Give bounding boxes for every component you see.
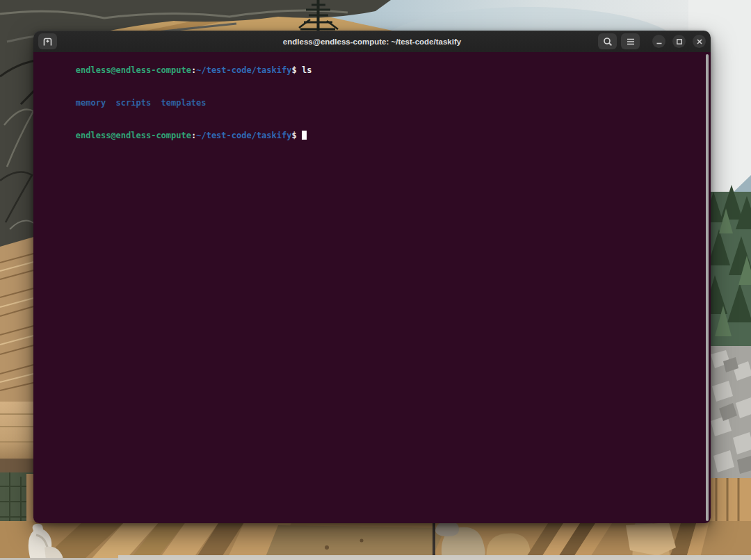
- terminal-cursor: [302, 131, 307, 140]
- hamburger-menu-icon: [626, 38, 636, 46]
- cwd-path: ~/test-code/taskify: [196, 131, 291, 140]
- menu-button[interactable]: [621, 33, 640, 49]
- command-text: ls: [302, 65, 312, 75]
- ls-output-line: memoryscriptstemplates: [35, 87, 704, 120]
- minimize-button[interactable]: [652, 35, 665, 48]
- directory-entry: memory: [76, 98, 106, 108]
- prompt-symbol: $: [291, 131, 296, 140]
- titlebar-controls: [598, 33, 706, 49]
- user-host: endless@endless-compute: [76, 65, 191, 75]
- terminal-scrollbar[interactable]: [706, 54, 709, 521]
- directory-entry: scripts: [116, 98, 152, 108]
- new-tab-button[interactable]: [38, 33, 57, 49]
- terminal-body[interactable]: endless@endless-compute:~/test-code/task…: [33, 52, 711, 523]
- window-control-buttons: [652, 35, 706, 48]
- desktop: endless@endless-compute: ~/test-code/tas…: [0, 0, 751, 560]
- close-button[interactable]: [693, 35, 706, 48]
- prompt-line: endless@endless-compute:~/test-code/task…: [35, 54, 704, 87]
- close-icon: [696, 38, 703, 45]
- search-icon: [603, 37, 613, 47]
- maximize-button[interactable]: [672, 35, 686, 48]
- terminal-window: endless@endless-compute: ~/test-code/tas…: [33, 31, 711, 523]
- prompt-line: endless@endless-compute:~/test-code/task…: [35, 120, 704, 152]
- maximize-icon: [676, 38, 683, 45]
- prompt-symbol: $: [291, 65, 296, 75]
- minimize-icon: [656, 38, 663, 45]
- tab-new-icon: [42, 37, 53, 47]
- directory-entry: templates: [161, 98, 207, 108]
- search-button[interactable]: [598, 33, 617, 49]
- user-host: endless@endless-compute: [76, 131, 191, 140]
- window-title: endless@endless-compute: ~/test-code/tas…: [283, 38, 461, 46]
- titlebar[interactable]: endless@endless-compute: ~/test-code/tas…: [33, 31, 711, 52]
- cwd-path: ~/test-code/taskify: [196, 65, 291, 75]
